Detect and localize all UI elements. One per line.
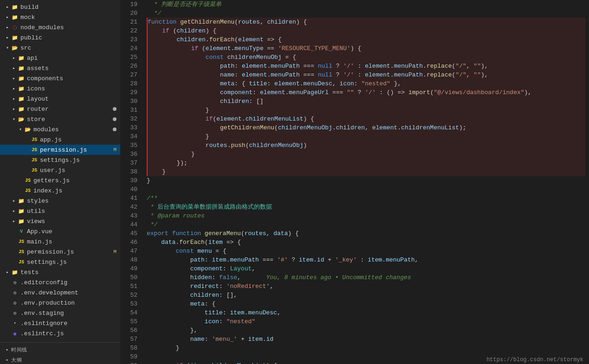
sidebar-item-node-modules[interactable]: ⬡ node_modules [0,22,120,32]
sidebar-item-main-js[interactable]: JS main.js [0,236,120,247]
modified-badge [113,107,117,111]
timeline-label: 时间线 [11,346,27,353]
file-tree: 📁 build 📁 mock ⬡ node_modules 📁 public 📂… [0,2,120,338]
modified-badge [113,128,117,131]
sidebar-item-assets[interactable]: 📁 assets [0,63,120,73]
folder-tests-icon: 📁 [11,268,19,276]
sidebar-item-label: .eslintignore [20,320,120,327]
arrow-icon [10,85,18,92]
sidebar-item-app-vue[interactable]: V App.vue [0,226,120,236]
sidebar-item-user-js[interactable]: JS user.js [0,165,120,175]
folder-utils-icon: 📁 [18,207,25,215]
sidebar-item-label: components [27,75,120,82]
folder-icon: 📂 [18,115,25,123]
code-editor: 1920212223242526272829303132333435363738… [121,0,589,364]
arrow-icon [10,115,18,123]
js-icon: JS [31,166,38,174]
gear-icon: ⚙ [11,309,19,317]
sidebar-item-views[interactable]: 📁 views [0,216,120,226]
sidebar-item-label: build [20,4,120,11]
sidebar-item-settings-js-src[interactable]: JS settings.js [0,257,120,267]
sidebar-item-layout[interactable]: 📁 layout [0,94,120,104]
js-icon: JS [31,146,38,153]
sidebar-item-api[interactable]: 📁 api [0,53,120,63]
folder-icon: 📁 [11,13,19,21]
sidebar-item-label: layout [27,96,120,102]
sidebar-item-label: modules [33,126,113,133]
sidebar-item-index-js[interactable]: JS index.js [0,185,120,196]
sidebar-item-components[interactable]: 📁 components [0,73,120,83]
js-icon: JS [24,187,32,194]
folder-icon: 📁 [11,34,19,41]
js-icon: JS [31,156,38,164]
folder-icon: 📁 [18,64,25,72]
sidebar-item-permission-js[interactable]: JS permission.js M [0,145,120,155]
sidebar-item-label: assets [27,65,120,72]
sidebar-item-router[interactable]: 📁 router [0,104,120,114]
arrow-icon [10,197,18,204]
timeline-section[interactable]: 时间线 [0,345,120,355]
sidebar-item-getters-js[interactable]: JS getters.js [0,175,120,185]
arrow-icon [4,346,11,353]
arrow-icon [10,207,18,215]
sidebar: 📁 build 📁 mock ⬡ node_modules 📁 public 📂… [0,0,121,364]
modified-badge: M [113,249,117,255]
gear-icon: ⚙ [11,299,19,307]
arrow-icon [10,95,18,102]
sidebar-item-label: .env.production [20,300,120,307]
sidebar-item-build[interactable]: 📁 build [0,2,120,12]
folder-icon: 📁 [11,3,19,11]
folder-icon: 📁 [18,105,25,113]
js-icon: JS [18,248,25,255]
sidebar-item-label: .editorconfig [20,279,120,286]
sidebar-item-env-dev[interactable]: ⚙ .env.development [0,287,120,298]
folder-src-icon: 📂 [11,44,19,51]
sidebar-item-icons[interactable]: 📁 icons [0,83,120,94]
gear-icon: ⚙ [11,289,19,296]
folder-icon: 📁 [18,85,25,92]
sidebar-item-permission-js-src[interactable]: JS permission.js M [0,247,120,257]
sidebar-item-src[interactable]: 📂 src [0,43,120,53]
sidebar-item-app-js[interactable]: JS app.js [0,134,120,145]
folder-modules-icon: 📂 [24,126,32,133]
folder-icon: 📁 [18,95,25,102]
sidebar-item-modules[interactable]: 📂 modules [0,124,120,134]
sidebar-item-public[interactable]: 📁 public [0,32,120,43]
js-icon: JS [18,238,25,245]
sidebar-item-env-staging[interactable]: ⚙ .env.staging [0,308,120,318]
sidebar-item-label: utils [27,208,120,215]
sidebar-item-label: permission.js [40,147,113,153]
sidebar-item-utils[interactable]: 📁 utils [0,206,120,216]
modified-badge [113,117,117,121]
sidebar-item-label: index.js [33,187,120,194]
arrow-icon [4,44,11,51]
sidebar-item-label: .eslintrc.js [20,330,120,337]
arrow-icon [10,75,18,82]
sidebar-item-eslintignore[interactable]: • .eslintignore [0,318,120,328]
sidebar-item-label: mock [20,14,120,21]
modified-badge: M [113,147,117,153]
sidebar-item-editorconfig[interactable]: ⚙ .editorconfig [0,277,120,287]
arrow-icon [4,24,11,31]
sidebar-item-mock[interactable]: 📁 mock [0,12,120,22]
sidebar-item-eslintrc[interactable]: ◉ .eslintrc.js [0,328,120,338]
sidebar-item-label: settings.js [40,157,120,164]
outline-section[interactable]: 大纲 [0,355,120,364]
code-content[interactable]: * 判断是否还有子级菜单 */function getChildrenMenu(… [143,0,589,364]
sidebar-item-label: store [27,116,113,123]
arrow-icon [4,3,11,11]
sidebar-item-styles[interactable]: 📁 styles [0,196,120,206]
sidebar-item-store[interactable]: 📂 store [0,114,120,124]
sidebar-item-settings-js-1[interactable]: JS settings.js [0,155,120,165]
sidebar-item-tests[interactable]: 📁 tests [0,267,120,277]
sidebar-item-env-prod[interactable]: ⚙ .env.production [0,298,120,308]
sidebar-item-label: main.js [27,238,120,245]
statusbar: https://blog.csdn.net/stormyk [481,356,589,364]
eslint-icon: ◉ [11,330,19,337]
sidebar-item-label: user.js [40,167,120,174]
arrow-icon [4,34,11,41]
arrow-icon [10,64,18,72]
line-numbers: 1920212223242526272829303132333435363738… [121,0,143,364]
sidebar-item-label: node_modules [20,24,120,31]
sidebar-item-label: src [20,45,120,51]
